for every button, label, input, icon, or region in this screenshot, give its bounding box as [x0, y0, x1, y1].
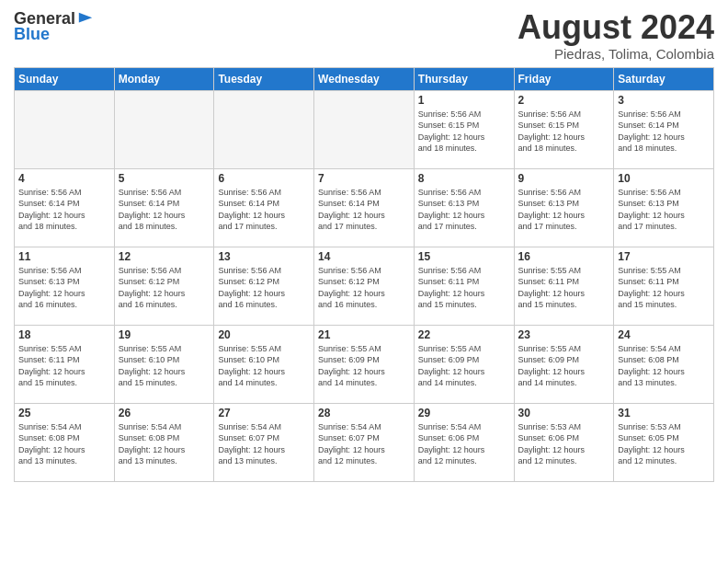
day-number: 24: [618, 328, 710, 341]
weekday-header-thursday: Thursday: [414, 67, 514, 90]
calendar-cell: 22Sunrise: 5:55 AM Sunset: 6:09 PM Dayli…: [414, 325, 514, 403]
day-number: 19: [119, 328, 210, 341]
week-row-2: 4Sunrise: 5:56 AM Sunset: 6:14 PM Daylig…: [15, 168, 714, 247]
weekday-header-monday: Monday: [114, 67, 214, 90]
day-info: Sunrise: 5:56 AM Sunset: 6:14 PM Dayligh…: [18, 187, 110, 233]
week-row-3: 11Sunrise: 5:56 AM Sunset: 6:13 PM Dayli…: [15, 247, 714, 325]
calendar-cell: 6Sunrise: 5:56 AM Sunset: 6:14 PM Daylig…: [214, 168, 314, 247]
day-number: 31: [618, 407, 710, 419]
day-number: 12: [119, 250, 210, 263]
day-info: Sunrise: 5:56 AM Sunset: 6:13 PM Dayligh…: [418, 187, 510, 233]
calendar-cell: 26Sunrise: 5:54 AM Sunset: 6:08 PM Dayli…: [114, 403, 214, 481]
day-number: 3: [618, 94, 710, 107]
calendar-cell: 16Sunrise: 5:55 AM Sunset: 6:11 PM Dayli…: [514, 247, 614, 325]
calendar-cell: 2Sunrise: 5:56 AM Sunset: 6:15 PM Daylig…: [514, 90, 614, 168]
calendar-cell: 5Sunrise: 5:56 AM Sunset: 6:14 PM Daylig…: [114, 168, 214, 247]
day-number: 21: [318, 328, 410, 341]
calendar-cell: 4Sunrise: 5:56 AM Sunset: 6:14 PM Daylig…: [15, 168, 115, 247]
day-number: 20: [218, 328, 310, 341]
day-info: Sunrise: 5:55 AM Sunset: 6:09 PM Dayligh…: [418, 343, 510, 389]
day-info: Sunrise: 5:56 AM Sunset: 6:14 PM Dayligh…: [119, 187, 210, 233]
calendar-cell: 19Sunrise: 5:55 AM Sunset: 6:10 PM Dayli…: [114, 325, 214, 403]
calendar-cell: 17Sunrise: 5:55 AM Sunset: 6:11 PM Dayli…: [614, 247, 714, 325]
day-number: 8: [418, 172, 510, 185]
day-info: Sunrise: 5:56 AM Sunset: 6:13 PM Dayligh…: [518, 187, 610, 233]
calendar-cell: 13Sunrise: 5:56 AM Sunset: 6:12 PM Dayli…: [214, 247, 314, 325]
calendar-cell: 10Sunrise: 5:56 AM Sunset: 6:13 PM Dayli…: [614, 168, 714, 247]
weekday-header-friday: Friday: [514, 67, 614, 90]
day-info: Sunrise: 5:55 AM Sunset: 6:10 PM Dayligh…: [218, 343, 310, 389]
calendar-cell: 7Sunrise: 5:56 AM Sunset: 6:14 PM Daylig…: [314, 168, 415, 247]
day-number: 9: [518, 172, 610, 185]
week-row-4: 18Sunrise: 5:55 AM Sunset: 6:11 PM Dayli…: [15, 325, 714, 403]
day-info: Sunrise: 5:56 AM Sunset: 6:11 PM Dayligh…: [418, 265, 510, 311]
calendar-cell: 24Sunrise: 5:54 AM Sunset: 6:08 PM Dayli…: [614, 325, 714, 403]
calendar-cell: 8Sunrise: 5:56 AM Sunset: 6:13 PM Daylig…: [414, 168, 514, 247]
weekday-header-wednesday: Wednesday: [314, 67, 415, 90]
day-info: Sunrise: 5:55 AM Sunset: 6:09 PM Dayligh…: [318, 343, 410, 389]
logo-blue: Blue: [14, 25, 50, 44]
calendar-cell: 9Sunrise: 5:56 AM Sunset: 6:13 PM Daylig…: [514, 168, 614, 247]
calendar-cell: 25Sunrise: 5:54 AM Sunset: 6:08 PM Dayli…: [15, 403, 115, 481]
day-info: Sunrise: 5:55 AM Sunset: 6:09 PM Dayligh…: [518, 343, 610, 389]
week-row-5: 25Sunrise: 5:54 AM Sunset: 6:08 PM Dayli…: [15, 403, 714, 481]
day-number: 5: [119, 172, 210, 185]
day-number: 23: [518, 328, 610, 341]
calendar-cell: 21Sunrise: 5:55 AM Sunset: 6:09 PM Dayli…: [314, 325, 415, 403]
logo: General Blue: [14, 9, 94, 44]
location-title: Piedras, Tolima, Colombia: [518, 46, 714, 62]
weekday-header-row: SundayMondayTuesdayWednesdayThursdayFrid…: [15, 67, 714, 90]
day-info: Sunrise: 5:56 AM Sunset: 6:12 PM Dayligh…: [218, 265, 310, 311]
calendar-cell: [15, 90, 115, 168]
header: General Blue August 2024 Piedras, Tolima…: [14, 9, 714, 62]
day-number: 16: [518, 250, 610, 263]
title-area: August 2024 Piedras, Tolima, Colombia: [518, 9, 714, 62]
day-number: 29: [418, 407, 510, 419]
day-number: 6: [218, 172, 310, 185]
day-info: Sunrise: 5:54 AM Sunset: 6:08 PM Dayligh…: [119, 421, 210, 467]
day-info: Sunrise: 5:56 AM Sunset: 6:13 PM Dayligh…: [18, 265, 110, 311]
day-info: Sunrise: 5:56 AM Sunset: 6:12 PM Dayligh…: [119, 265, 210, 311]
day-info: Sunrise: 5:55 AM Sunset: 6:11 PM Dayligh…: [618, 265, 710, 311]
day-number: 13: [218, 250, 310, 263]
day-info: Sunrise: 5:54 AM Sunset: 6:07 PM Dayligh…: [218, 421, 310, 467]
calendar-cell: 30Sunrise: 5:53 AM Sunset: 6:06 PM Dayli…: [514, 403, 614, 481]
day-info: Sunrise: 5:56 AM Sunset: 6:15 PM Dayligh…: [518, 109, 610, 155]
day-info: Sunrise: 5:56 AM Sunset: 6:14 PM Dayligh…: [218, 187, 310, 233]
calendar-cell: 27Sunrise: 5:54 AM Sunset: 6:07 PM Dayli…: [214, 403, 314, 481]
day-info: Sunrise: 5:53 AM Sunset: 6:06 PM Dayligh…: [518, 421, 610, 467]
day-info: Sunrise: 5:55 AM Sunset: 6:11 PM Dayligh…: [18, 343, 110, 389]
day-number: 11: [18, 250, 110, 263]
day-info: Sunrise: 5:56 AM Sunset: 6:13 PM Dayligh…: [618, 187, 710, 233]
day-number: 1: [418, 94, 510, 107]
day-info: Sunrise: 5:55 AM Sunset: 6:10 PM Dayligh…: [119, 343, 210, 389]
day-number: 30: [518, 407, 610, 419]
day-info: Sunrise: 5:54 AM Sunset: 6:06 PM Dayligh…: [418, 421, 510, 467]
day-info: Sunrise: 5:56 AM Sunset: 6:14 PM Dayligh…: [618, 109, 710, 155]
calendar-cell: 12Sunrise: 5:56 AM Sunset: 6:12 PM Dayli…: [114, 247, 214, 325]
calendar-cell: 28Sunrise: 5:54 AM Sunset: 6:07 PM Dayli…: [314, 403, 415, 481]
month-title: August 2024: [518, 9, 714, 46]
calendar-cell: 23Sunrise: 5:55 AM Sunset: 6:09 PM Dayli…: [514, 325, 614, 403]
calendar-cell: [314, 90, 415, 168]
weekday-header-sunday: Sunday: [15, 67, 115, 90]
calendar-cell: 1Sunrise: 5:56 AM Sunset: 6:15 PM Daylig…: [414, 90, 514, 168]
day-number: 10: [618, 172, 710, 185]
day-info: Sunrise: 5:53 AM Sunset: 6:05 PM Dayligh…: [618, 421, 710, 467]
svg-marker-0: [79, 12, 92, 22]
calendar-cell: 14Sunrise: 5:56 AM Sunset: 6:12 PM Dayli…: [314, 247, 415, 325]
calendar-cell: 3Sunrise: 5:56 AM Sunset: 6:14 PM Daylig…: [614, 90, 714, 168]
logo-flag-icon: [77, 11, 94, 28]
calendar-cell: [114, 90, 214, 168]
day-number: 22: [418, 328, 510, 341]
day-info: Sunrise: 5:54 AM Sunset: 6:08 PM Dayligh…: [18, 421, 110, 467]
day-info: Sunrise: 5:56 AM Sunset: 6:15 PM Dayligh…: [418, 109, 510, 155]
day-number: 26: [119, 407, 210, 419]
day-number: 7: [318, 172, 410, 185]
day-number: 27: [218, 407, 310, 419]
day-number: 25: [18, 407, 110, 419]
day-info: Sunrise: 5:56 AM Sunset: 6:12 PM Dayligh…: [318, 265, 410, 311]
calendar-cell: 15Sunrise: 5:56 AM Sunset: 6:11 PM Dayli…: [414, 247, 514, 325]
day-number: 15: [418, 250, 510, 263]
calendar-cell: [214, 90, 314, 168]
